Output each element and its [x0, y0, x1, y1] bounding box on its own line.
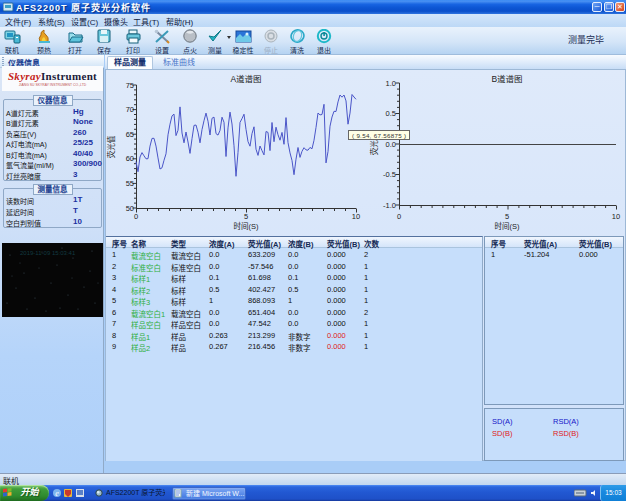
svg-text:0.5: 0.5 — [386, 109, 396, 118]
svg-text:0.0: 0.0 — [386, 140, 396, 149]
svg-text:时间(S): 时间(S) — [495, 221, 520, 231]
svg-text:10: 10 — [352, 212, 360, 221]
svg-text:60: 60 — [126, 154, 134, 163]
svg-text:75: 75 — [126, 81, 134, 90]
svg-text:B道谱图: B道谱图 — [491, 74, 522, 84]
svg-text:时间(S): 时间(S) — [234, 221, 259, 231]
svg-text:-0.5: -0.5 — [383, 170, 396, 179]
svg-text:0: 0 — [397, 212, 401, 221]
svg-text:e: e — [55, 489, 59, 498]
svg-text:5: 5 — [505, 212, 509, 221]
svg-text:55: 55 — [126, 179, 134, 188]
svg-text:0: 0 — [134, 212, 138, 221]
svg-text:5: 5 — [244, 212, 248, 221]
svg-text:50: 50 — [126, 204, 134, 213]
svg-text:70: 70 — [126, 105, 134, 114]
svg-text:A道谱图: A道谱图 — [230, 74, 261, 84]
svg-text:1.0: 1.0 — [386, 79, 396, 88]
svg-text:65: 65 — [126, 130, 134, 139]
svg-text:-1.0: -1.0 — [383, 201, 396, 210]
svg-text:10: 10 — [612, 212, 620, 221]
svg-text:荧光值: 荧光值 — [106, 135, 116, 158]
svg-text:2019-11-09 15:03:41: 2019-11-09 15:03:41 — [20, 250, 76, 256]
